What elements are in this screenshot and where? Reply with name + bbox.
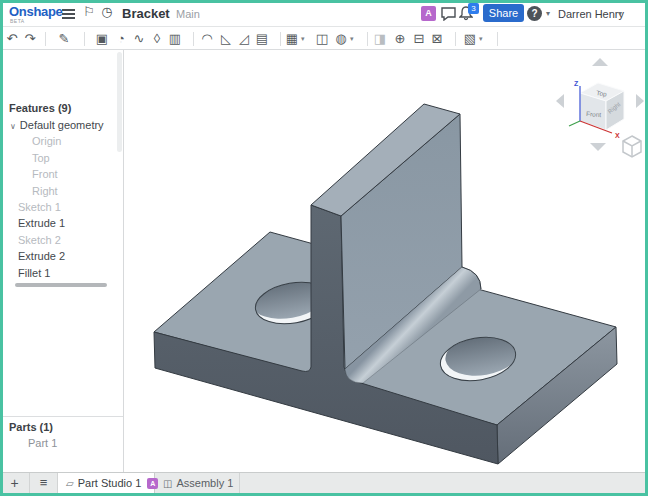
- shell-icon[interactable]: ▤: [256, 31, 268, 47]
- rotate-down-arrow[interactable]: [590, 143, 606, 151]
- collaborator-avatar[interactable]: A: [421, 6, 436, 21]
- part-list-item[interactable]: Part 1: [28, 437, 57, 449]
- feature-toolbar: ↶↷✎▣◔∿◊▥◠◺◿▤▦▾◫◍▾◨⊕⊟⊠▧▾: [0, 28, 648, 50]
- onshape-logo[interactable]: Onshape: [9, 4, 63, 19]
- help-button[interactable]: ?: [527, 6, 542, 21]
- panel-scrollbar[interactable]: [117, 52, 122, 152]
- pattern-icon[interactable]: ▦: [286, 31, 298, 47]
- boolean-icon[interactable]: ◍: [335, 31, 346, 47]
- viewcube-front-label[interactable]: Front: [586, 110, 602, 118]
- chevron-down-icon[interactable]: ∨: [10, 122, 16, 131]
- beta-label: BETA: [10, 18, 25, 24]
- undo-icon[interactable]: ↶: [7, 31, 18, 47]
- extrude-icon[interactable]: ▣: [96, 31, 108, 47]
- feature-item-label: Right: [32, 185, 58, 197]
- isometric-view-icon[interactable]: [623, 136, 641, 157]
- toolbar-separator: [280, 32, 281, 46]
- mirror-icon[interactable]: ◫: [316, 31, 328, 47]
- feature-tree-panel: Features (9) ∨Default geometryOriginTopF…: [0, 50, 124, 472]
- bracket-part[interactable]: [154, 104, 617, 464]
- toolbar-separator: [367, 32, 368, 46]
- appearance-icon-caret[interactable]: ▾: [479, 35, 483, 43]
- feature-item-front[interactable]: Front: [0, 166, 118, 182]
- feature-item-label: Extrude 1: [18, 217, 65, 229]
- toolbar-separator: [45, 32, 46, 46]
- part-studio-icon: ▱: [66, 478, 74, 489]
- rotate-right-arrow[interactable]: [636, 94, 644, 108]
- versions-icon[interactable]: ⚐: [80, 4, 98, 19]
- move-face-icon[interactable]: ⊟: [414, 31, 425, 47]
- toolbar-separator: [497, 32, 498, 46]
- document-title: Bracket: [122, 6, 170, 21]
- toolbar-separator: [84, 32, 85, 46]
- x-axis-label: X: [615, 132, 620, 139]
- revolve-icon[interactable]: ◔: [117, 31, 125, 47]
- tab-list-button[interactable]: ≡: [30, 473, 58, 493]
- share-button[interactable]: Share: [483, 4, 524, 22]
- feature-item-default-geometry[interactable]: ∨Default geometry: [0, 117, 118, 133]
- feature-item-top[interactable]: Top: [0, 150, 118, 166]
- pattern-icon-caret[interactable]: ▾: [301, 35, 305, 43]
- notification-badge: 3: [468, 3, 479, 14]
- redo-icon[interactable]: ↷: [25, 31, 36, 47]
- feature-item-label: Extrude 2: [18, 250, 65, 262]
- panel-divider: [0, 416, 123, 417]
- rollback-bar[interactable]: [15, 283, 107, 287]
- model-viewport[interactable]: Top Front Right Z X: [124, 50, 648, 472]
- thicken-icon[interactable]: ▥: [169, 31, 181, 47]
- feature-item-label: Origin: [32, 135, 61, 147]
- tab-part-studio[interactable]: ▱Part Studio 1A: [58, 473, 155, 493]
- sketch-icon[interactable]: ✎: [59, 31, 70, 47]
- feature-item-label: Top: [32, 152, 50, 164]
- toolbar-separator: [455, 32, 456, 46]
- z-axis-label: Z: [574, 80, 579, 87]
- features-header: Features (9): [9, 102, 71, 114]
- feature-item-extrude-2[interactable]: Extrude 2: [0, 248, 118, 264]
- tab-bar: + ≡ ▱Part Studio 1A ◫Assembly 1: [0, 472, 648, 493]
- tab-assembly[interactable]: ◫Assembly 1: [155, 473, 240, 493]
- feature-item-right[interactable]: Right: [0, 183, 118, 199]
- toolbar-separator: [193, 32, 194, 46]
- y-axis: [569, 121, 580, 126]
- main-menu-icon[interactable]: [59, 7, 77, 19]
- fillet-icon[interactable]: ◠: [201, 31, 212, 47]
- transform-icon[interactable]: ⊕: [395, 31, 406, 47]
- rotate-left-arrow[interactable]: [556, 94, 564, 108]
- feature-item-fillet-1[interactable]: Fillet 1: [0, 265, 118, 281]
- user-caret-icon[interactable]: ▾: [618, 9, 622, 18]
- workspace-name[interactable]: Main: [176, 8, 200, 20]
- boolean-icon-caret[interactable]: ▾: [350, 35, 354, 43]
- feature-item-sketch-1[interactable]: Sketch 1: [0, 199, 118, 215]
- user-menu[interactable]: Darren Henry: [558, 8, 624, 20]
- assembly-icon: ◫: [163, 478, 172, 489]
- chat-icon[interactable]: [441, 7, 456, 21]
- sweep-icon[interactable]: ∿: [134, 31, 145, 47]
- feature-item-label: Front: [32, 168, 58, 180]
- feature-item-extrude-1[interactable]: Extrude 1: [0, 215, 118, 231]
- feature-item-label: Default geometry: [20, 119, 104, 131]
- draft-icon[interactable]: ◿: [239, 31, 249, 47]
- history-icon[interactable]: ◷: [98, 4, 116, 19]
- bracket-model-canvas[interactable]: Top Front Right Z X: [124, 50, 648, 472]
- feature-item-label: Fillet 1: [18, 267, 50, 279]
- parts-header: Parts (1): [9, 421, 53, 433]
- delete-face-icon[interactable]: ⊠: [432, 31, 443, 47]
- rotate-up-arrow[interactable]: [592, 58, 608, 66]
- add-tab-button[interactable]: +: [0, 473, 30, 493]
- feature-item-sketch-2[interactable]: Sketch 2: [0, 232, 118, 248]
- onshape-app: Onshape BETA ⚐ ◷ Bracket Main A 3 Share …: [0, 0, 648, 496]
- help-caret-icon[interactable]: ▾: [546, 9, 550, 18]
- appearance-icon[interactable]: ▧: [464, 31, 476, 47]
- feature-item-origin[interactable]: Origin: [0, 133, 118, 149]
- chamfer-icon[interactable]: ◺: [221, 31, 231, 47]
- top-bar: Onshape BETA ⚐ ◷ Bracket Main A 3 Share …: [0, 0, 648, 27]
- loft-icon[interactable]: ◊: [154, 31, 160, 47]
- view-cube[interactable]: Top Front Right Z X: [556, 58, 644, 157]
- feature-item-label: Sketch 2: [18, 234, 61, 246]
- split-icon[interactable]: ◨: [374, 31, 386, 47]
- feature-item-label: Sketch 1: [18, 201, 61, 213]
